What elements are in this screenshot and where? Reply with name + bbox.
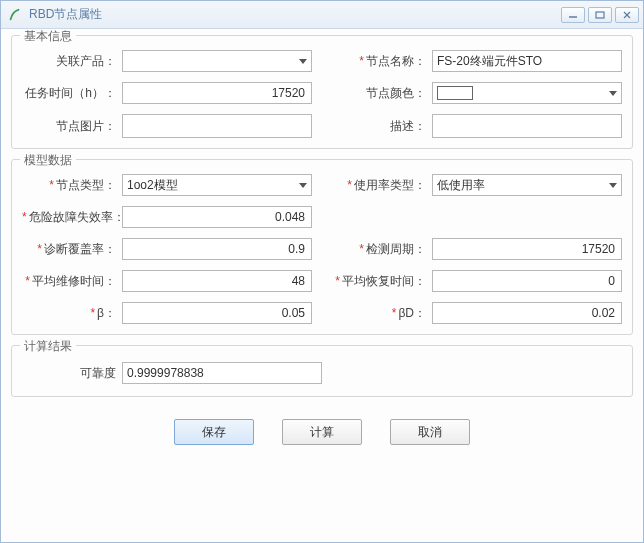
required-marker: * [359, 54, 364, 68]
required-marker: * [25, 274, 30, 288]
related-product-label: 关联产品： [22, 53, 122, 70]
field-mean-repair-time: *平均维修时间： [22, 270, 312, 292]
group-model-data: 模型数据 *节点类型： 1oo2模型 *使用率类型： 低使用率 [11, 159, 633, 335]
detect-period-input[interactable] [432, 238, 622, 260]
chevron-down-icon [299, 183, 307, 188]
window-controls [561, 7, 639, 23]
node-image-box[interactable] [122, 114, 312, 138]
node-name-input[interactable] [432, 50, 622, 72]
dialog-content: 基本信息 关联产品： *节点名称： [1, 29, 643, 542]
usage-type-label: 使用率类型： [354, 178, 426, 192]
required-marker: * [37, 242, 42, 256]
node-type-select[interactable]: 1oo2模型 [122, 174, 312, 196]
minimize-button[interactable] [561, 7, 585, 23]
field-mean-recover-time: *平均恢复时间： [332, 270, 622, 292]
required-marker: * [359, 242, 364, 256]
field-betaD: *βD： [332, 302, 622, 324]
chevron-down-icon [609, 91, 617, 96]
diag-cover-input[interactable] [122, 238, 312, 260]
diag-cover-label: 诊断覆盖率： [44, 242, 116, 256]
task-time-input[interactable] [122, 82, 312, 104]
field-node-color: 节点颜色： [332, 82, 622, 104]
dialog-rbd-node-properties: RBD节点属性 基本信息 关联产品： [0, 0, 644, 543]
reliability-output[interactable] [122, 362, 322, 384]
field-beta: *β： [22, 302, 312, 324]
field-description: 描述： [332, 114, 622, 138]
group-basic-info: 基本信息 关联产品： *节点名称： [11, 35, 633, 149]
field-detect-period: *检测周期： [332, 238, 622, 260]
calc-button-label: 计算 [310, 424, 334, 441]
mean-recover-time-label: 平均恢复时间： [342, 274, 426, 288]
description-input[interactable] [432, 114, 622, 138]
save-button[interactable]: 保存 [174, 419, 254, 445]
field-node-type: *节点类型： 1oo2模型 [22, 174, 312, 196]
window-title: RBD节点属性 [29, 6, 561, 23]
group-model-legend: 模型数据 [20, 152, 76, 169]
related-product-select[interactable] [122, 50, 312, 72]
field-task-time: 任务时间（h）： [22, 82, 312, 104]
dialog-footer: 保存 计算 取消 [11, 407, 633, 459]
maximize-button[interactable] [588, 7, 612, 23]
node-name-label: 节点名称： [366, 54, 426, 68]
reliability-label: 可靠度 [22, 365, 122, 382]
close-button[interactable] [615, 7, 639, 23]
group-result: 计算结果 可靠度 [11, 345, 633, 397]
field-reliability: 可靠度 [22, 360, 622, 386]
required-marker: * [335, 274, 340, 288]
app-logo-icon [7, 7, 23, 23]
group-basic-legend: 基本信息 [20, 29, 76, 45]
field-related-product: 关联产品： [22, 50, 312, 72]
danger-fail-rate-label: 危险故障失效率： [29, 210, 125, 224]
field-node-name: *节点名称： [332, 50, 622, 72]
node-type-value: 1oo2模型 [127, 177, 178, 194]
save-button-label: 保存 [202, 424, 226, 441]
node-image-label: 节点图片： [22, 118, 122, 135]
mean-recover-time-input[interactable] [432, 270, 622, 292]
field-node-image: 节点图片： [22, 114, 312, 138]
beta-input[interactable] [122, 302, 312, 324]
mean-repair-time-label: 平均维修时间： [32, 274, 116, 288]
node-type-label: 节点类型： [56, 178, 116, 192]
svg-rect-1 [596, 12, 604, 18]
group-result-legend: 计算结果 [20, 338, 76, 355]
field-diag-cover: *诊断覆盖率： [22, 238, 312, 260]
field-usage-type: *使用率类型： 低使用率 [332, 174, 622, 196]
task-time-label: 任务时间（h）： [22, 85, 122, 102]
required-marker: * [392, 306, 397, 320]
required-marker: * [347, 178, 352, 192]
betaD-input[interactable] [432, 302, 622, 324]
required-marker: * [22, 210, 27, 224]
usage-type-select[interactable]: 低使用率 [432, 174, 622, 196]
danger-fail-rate-input[interactable] [122, 206, 312, 228]
titlebar: RBD节点属性 [1, 1, 643, 29]
cancel-button[interactable]: 取消 [390, 419, 470, 445]
description-label: 描述： [332, 118, 432, 135]
node-color-select[interactable] [432, 82, 622, 104]
required-marker: * [90, 306, 95, 320]
chevron-down-icon [299, 59, 307, 64]
node-color-label: 节点颜色： [332, 85, 432, 102]
required-marker: * [49, 178, 54, 192]
cancel-button-label: 取消 [418, 424, 442, 441]
chevron-down-icon [609, 183, 617, 188]
field-danger-fail-rate: *危险故障失效率： [22, 206, 312, 228]
calc-button[interactable]: 计算 [282, 419, 362, 445]
color-swatch [437, 86, 473, 100]
detect-period-label: 检测周期： [366, 242, 426, 256]
field-empty-1 [332, 206, 622, 228]
usage-type-value: 低使用率 [437, 177, 485, 194]
betaD-label: βD： [398, 306, 426, 320]
mean-repair-time-input[interactable] [122, 270, 312, 292]
beta-label: β： [97, 306, 116, 320]
